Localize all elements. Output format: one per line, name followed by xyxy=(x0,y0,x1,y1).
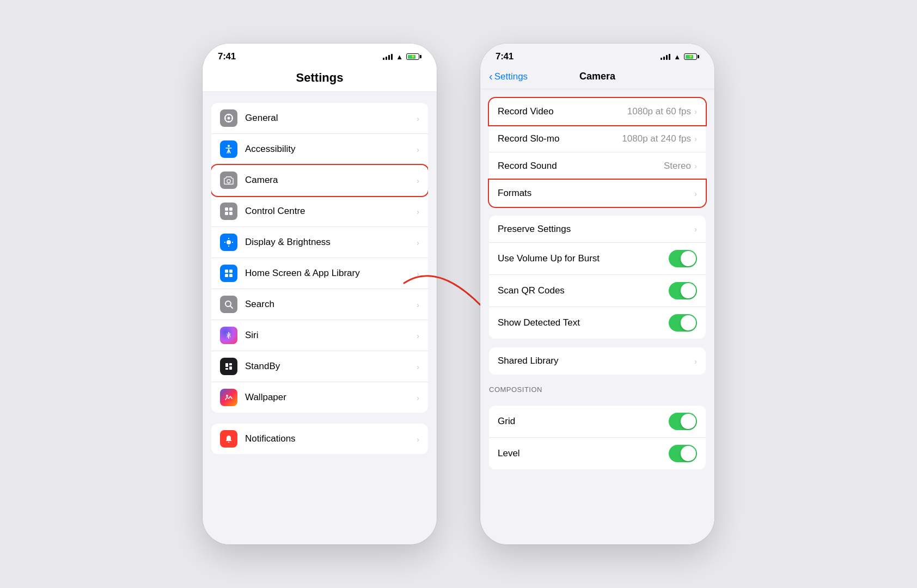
camera-group-recording: Record Video 1080p at 60 fps › Record Sl… xyxy=(489,98,706,207)
back-button[interactable]: ‹ Settings xyxy=(489,71,528,82)
svg-rect-19 xyxy=(225,274,228,277)
scan-qr-row[interactable]: Scan QR Codes xyxy=(489,275,706,307)
standby-icon xyxy=(220,358,237,375)
settings-row-notifications[interactable]: Notifications › xyxy=(211,424,428,454)
scan-qr-label: Scan QR Codes xyxy=(498,285,669,296)
svg-rect-25 xyxy=(225,368,228,370)
record-sound-row[interactable]: Record Sound Stereo › xyxy=(489,152,706,180)
record-slomo-value: 1080p at 240 fps xyxy=(622,133,691,144)
nav-header-right: ‹ Settings Camera xyxy=(480,65,714,89)
svg-line-22 xyxy=(230,306,233,308)
settings-row-standby[interactable]: StandBy › xyxy=(211,351,428,382)
svg-rect-20 xyxy=(229,274,233,277)
page-header-left: Settings xyxy=(203,65,437,92)
svg-point-27 xyxy=(226,395,228,397)
search-chevron: › xyxy=(417,300,419,309)
svg-rect-11 xyxy=(229,212,233,215)
svg-point-1 xyxy=(228,117,230,120)
settings-row-accessibility[interactable]: Accessibility › xyxy=(211,134,428,165)
level-row[interactable]: Level xyxy=(489,438,706,469)
shared-library-chevron: › xyxy=(694,357,697,366)
svg-point-12 xyxy=(227,240,231,244)
svg-rect-9 xyxy=(229,207,233,211)
status-icons-right: ▲ ⚡ xyxy=(661,53,699,61)
status-bar-left: 7:41 ▲ ⚡ xyxy=(203,44,437,65)
camera-settings-scroll[interactable]: Record Video 1080p at 60 fps › Record Sl… xyxy=(480,89,714,544)
home-screen-label: Home Screen & App Library xyxy=(245,268,412,279)
camera-group-settings: Preserve Settings › Use Volume Up for Bu… xyxy=(489,216,706,339)
left-phone: 7:41 ▲ ⚡ Settings xyxy=(203,44,437,544)
general-chevron: › xyxy=(417,114,419,123)
notifications-label: Notifications xyxy=(245,433,412,444)
standby-chevron: › xyxy=(417,362,419,371)
record-video-value: 1080p at 60 fps xyxy=(627,106,691,117)
record-video-row[interactable]: Record Video 1080p at 60 fps › xyxy=(489,98,706,125)
record-video-label: Record Video xyxy=(498,106,627,117)
back-label: Settings xyxy=(494,71,528,82)
formats-row[interactable]: Formats › xyxy=(489,180,706,207)
accessibility-icon xyxy=(220,140,237,158)
detected-text-toggle[interactable] xyxy=(669,314,697,332)
volume-burst-row[interactable]: Use Volume Up for Burst xyxy=(489,243,706,275)
siri-chevron: › xyxy=(417,331,419,340)
detected-text-row[interactable]: Show Detected Text xyxy=(489,307,706,339)
back-chevron-icon: ‹ xyxy=(489,71,493,82)
siri-label: Siri xyxy=(245,330,412,341)
grid-label: Grid xyxy=(498,416,669,427)
camera-label: Camera xyxy=(245,175,412,186)
preserve-settings-label: Preserve Settings xyxy=(498,224,694,235)
wifi-icon-right: ▲ xyxy=(674,53,681,61)
composition-section-header: COMPOSITION xyxy=(480,375,714,397)
camera-page-title: Camera xyxy=(579,71,615,82)
control-centre-label: Control Centre xyxy=(245,206,412,217)
formats-label: Formats xyxy=(498,188,694,199)
shared-library-label: Shared Library xyxy=(498,356,694,366)
level-toggle[interactable] xyxy=(669,445,697,462)
settings-row-camera[interactable]: Camera › xyxy=(211,165,428,196)
settings-row-wallpaper[interactable]: Wallpaper › xyxy=(211,382,428,413)
wallpaper-label: Wallpaper xyxy=(245,392,412,403)
home-screen-chevron: › xyxy=(417,269,419,278)
settings-row-display[interactable]: Display & Brightness › xyxy=(211,227,428,258)
grid-toggle[interactable] xyxy=(669,413,697,430)
settings-row-general[interactable]: General › xyxy=(211,103,428,134)
volume-burst-toggle[interactable] xyxy=(669,250,697,267)
search-icon xyxy=(220,296,237,313)
svg-rect-24 xyxy=(229,363,232,365)
camera-group-shared: Shared Library › xyxy=(489,347,706,375)
grid-row[interactable]: Grid xyxy=(489,406,706,438)
formats-chevron: › xyxy=(694,189,697,198)
home-screen-icon xyxy=(220,265,237,282)
settings-row-search[interactable]: Search › xyxy=(211,289,428,320)
svg-point-7 xyxy=(227,180,230,183)
time-left: 7:41 xyxy=(218,51,236,62)
page-title-left: Settings xyxy=(213,71,426,85)
settings-row-home-screen[interactable]: Home Screen & App Library › xyxy=(211,258,428,289)
signal-icon xyxy=(383,53,393,60)
status-icons-left: ▲ ⚡ xyxy=(383,53,421,61)
status-bar-right: 7:41 ▲ ⚡ xyxy=(480,44,714,65)
svg-rect-10 xyxy=(225,212,228,215)
wallpaper-icon xyxy=(220,389,237,406)
wallpaper-chevron: › xyxy=(417,393,419,402)
siri-icon xyxy=(220,327,237,344)
display-chevron: › xyxy=(417,238,419,247)
control-centre-chevron: › xyxy=(417,207,419,216)
search-label: Search xyxy=(245,299,412,310)
record-slomo-row[interactable]: Record Slo-mo 1080p at 240 fps › xyxy=(489,125,706,152)
shared-library-row[interactable]: Shared Library › xyxy=(489,347,706,375)
preserve-settings-row[interactable]: Preserve Settings › xyxy=(489,216,706,243)
record-sound-value: Stereo xyxy=(664,161,691,171)
scan-qr-toggle[interactable] xyxy=(669,282,697,299)
battery-icon: ⚡ xyxy=(406,53,421,60)
display-label: Display & Brightness xyxy=(245,237,412,248)
detected-text-label: Show Detected Text xyxy=(498,317,669,328)
record-slomo-label: Record Slo-mo xyxy=(498,133,622,144)
notifications-chevron: › xyxy=(417,434,419,444)
record-sound-label: Record Sound xyxy=(498,161,664,171)
settings-list[interactable]: General › Accessibility › xyxy=(203,92,437,544)
preserve-chevron: › xyxy=(694,224,697,234)
settings-row-control-centre[interactable]: Control Centre › xyxy=(211,196,428,227)
settings-row-siri[interactable]: Siri › xyxy=(211,320,428,351)
level-label: Level xyxy=(498,448,669,459)
